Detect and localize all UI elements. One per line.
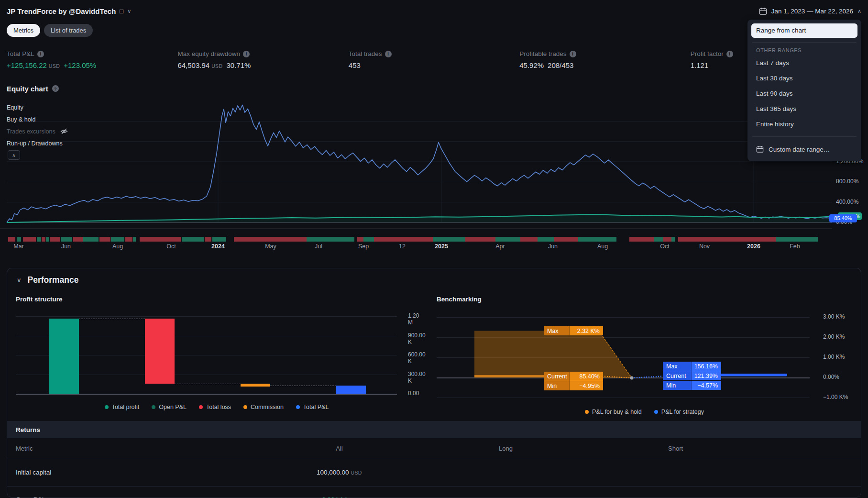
legend-dot — [296, 405, 300, 409]
dropdown-item-last-30-days[interactable]: Last 30 days — [751, 71, 857, 86]
info-icon[interactable]: i — [726, 51, 733, 57]
tooltip-key: Min — [544, 381, 570, 390]
x-axis-label: 12 — [399, 243, 406, 250]
value-part: +3,834.14 — [318, 496, 347, 498]
legend-item[interactable]: Total profit — [105, 404, 140, 410]
dropdown-item-entire-history[interactable]: Entire history — [751, 117, 857, 132]
date-range-text: Jan 1, 2023 — Mar 22, 2026 — [771, 8, 853, 15]
trade-strip-segment — [8, 237, 15, 242]
metric: Total P&Li+125,156.22USD+123.05% — [7, 50, 177, 69]
metric-value-part: 30.71% — [227, 61, 251, 69]
dropdown-item-last-90-days[interactable]: Last 90 days — [751, 86, 857, 101]
column-short: Short — [668, 445, 683, 452]
tooltip-key: Max — [663, 362, 692, 371]
legend-item-label: Total profit — [112, 404, 140, 410]
info-icon[interactable]: i — [243, 51, 250, 57]
tooltip-value: 156.16% — [692, 362, 721, 371]
metric: Total tradesi453 — [349, 50, 519, 69]
waterfall-connector — [79, 319, 145, 319]
info-icon[interactable]: i — [385, 51, 392, 57]
performance-header[interactable]: ∨ Performance — [7, 268, 861, 292]
tooltip-value: 121.39% — [692, 371, 721, 380]
tooltip-value: 85.40% — [570, 372, 603, 381]
waterfall-bar-total-profit — [49, 319, 79, 394]
table-row: Initial capital100,000.00USD — [7, 459, 861, 487]
legend-item-label: Trades excursions — [7, 128, 55, 135]
tooltip-value: 2.32 K% — [570, 326, 603, 335]
benchmark-tooltip-current: Current85.40% — [544, 372, 603, 381]
help-icon[interactable]: ? — [52, 85, 59, 92]
returns-table-body: Initial capital100,000.00USDOpen P&L+3,8… — [7, 459, 861, 498]
x-axis-label: May — [265, 243, 276, 250]
legend-item-label: P&L for buy & hold — [592, 409, 642, 415]
legend-item[interactable]: Total loss — [199, 404, 231, 410]
tab-metrics[interactable]: Metrics — [7, 24, 40, 37]
trade-strip-segment — [46, 237, 49, 242]
trade-strip-segment — [111, 237, 124, 242]
metric-value-part: 64,503.94 — [177, 61, 209, 69]
trade-strip-segment — [654, 237, 663, 242]
trade-strip-segment — [99, 237, 110, 242]
dropdown-item-last-365-days[interactable]: Last 365 days — [751, 101, 857, 117]
info-icon[interactable]: i — [37, 51, 44, 57]
x-axis-label: Jun — [61, 243, 71, 250]
equity-chart-canvas — [0, 100, 868, 258]
legend-item-run-up-drawdowns[interactable]: Run-up / Drawdowns — [7, 137, 68, 149]
legend-item[interactable]: Total P&L — [296, 404, 329, 410]
performance-title: Performance — [28, 275, 79, 285]
metric-label-text: Total trades — [349, 50, 382, 57]
legend-item-buy-hold[interactable]: Buy & hold — [7, 113, 68, 125]
waterfall-connector — [270, 386, 336, 386]
metric-value-part: +123.05% — [64, 61, 96, 69]
tab-list-of-trades[interactable]: List of trades — [44, 24, 93, 37]
dropdown-item-last-7-days[interactable]: Last 7 days — [751, 55, 857, 71]
dropdown-item-range-from-chart[interactable]: Range from chart — [751, 23, 857, 38]
waterfall-bar-total-p-l — [336, 386, 366, 394]
metric-label-text: Profitable trades — [519, 50, 566, 57]
legend-item[interactable]: P&L for strategy — [654, 409, 704, 415]
trade-strip-segment — [212, 237, 226, 242]
benchmarking-chart: 3.00 K%2.00 K%1.00 K%0.00%−1.00 K%Max2.3… — [437, 310, 852, 403]
strategy-title-group[interactable]: JP TrendForce by @DaviddTech □ ∨ — [7, 7, 131, 15]
tabs: Metrics List of trades — [7, 24, 861, 37]
y-axis-label: 900.00 K — [408, 332, 426, 345]
legend-dot — [105, 405, 109, 409]
x-axis-label: 2025 — [435, 243, 448, 250]
equity-x-axis: MarJunAugOct2024MayJulSep122025AprJunAug… — [0, 243, 868, 252]
legend-item[interactable]: P&L for buy & hold — [585, 409, 642, 415]
eye-off-icon[interactable] — [60, 128, 68, 134]
legend-item[interactable]: Commission — [243, 404, 284, 410]
trade-strip-segment — [776, 237, 818, 242]
legend-item-trades-excursions[interactable]: Trades excursions — [7, 125, 68, 137]
info-icon[interactable]: i — [570, 51, 576, 57]
metrics-row: Total P&Li+125,156.22USD+123.05%Max equi… — [0, 50, 868, 69]
lock-icon: □ — [120, 8, 123, 15]
divider — [752, 136, 857, 137]
tooltip-key: Max — [544, 326, 570, 335]
y-axis-label: 1.20 M — [408, 312, 419, 326]
metric-value-part: +125,156.22 — [7, 61, 47, 69]
legend-item[interactable]: Open P&L — [152, 404, 187, 410]
legend-item-label: P&L for strategy — [661, 409, 704, 415]
column-metric: Metric — [16, 445, 33, 452]
trade-strip-segment — [671, 237, 675, 242]
trade-strip-segment — [538, 237, 554, 242]
legend-item-equity[interactable]: Equity — [7, 101, 68, 113]
y-axis-label: 800.00% — [836, 178, 858, 185]
benchmarking-block: Benchmarking 3.00 K%2.00 K%1.00 K%0.00%−… — [437, 294, 852, 415]
legend-item-label: Open P&L — [159, 404, 187, 410]
x-axis-label: Oct — [166, 243, 176, 250]
benchmarking-legend: P&L for buy & holdP&L for strategy — [437, 409, 852, 415]
dropdown-item-custom-date-range[interactable]: Custom date range… — [751, 141, 857, 157]
y-axis-label: 400.00% — [836, 199, 858, 205]
date-range-button[interactable]: Jan 1, 2023 — Mar 22, 2026 ∧ — [759, 7, 861, 15]
collapse-pane-button[interactable]: ∧ — [8, 150, 20, 160]
trade-strip-segment — [307, 237, 354, 242]
chevron-down-icon[interactable]: ∨ — [127, 8, 131, 14]
legend-dot — [152, 405, 155, 409]
x-axis-label: Mar — [13, 243, 24, 250]
chevron-up-icon: ∧ — [857, 8, 861, 14]
returns-section-header: Returns — [7, 421, 861, 438]
metric-value-part: 1.121 — [691, 61, 709, 69]
metric-value-part: 453 — [349, 61, 361, 69]
